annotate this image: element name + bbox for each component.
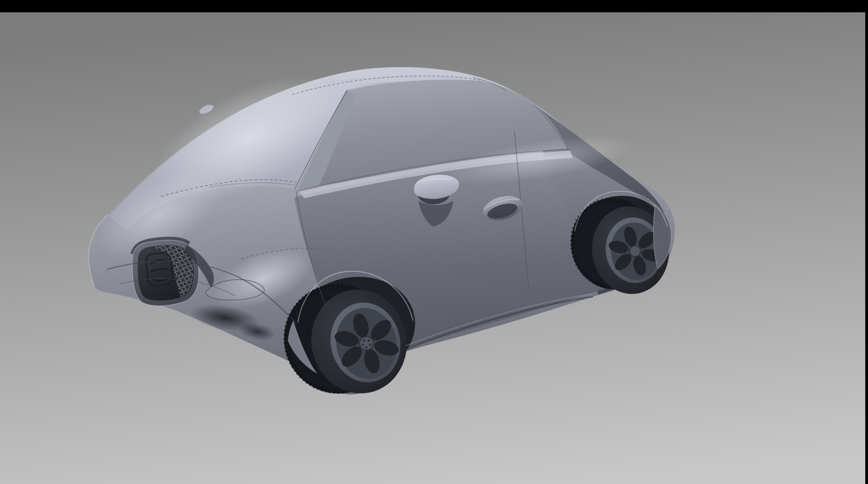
hub-bolt <box>369 344 371 346</box>
right-letterbox-bar <box>865 0 868 484</box>
hub-bolt <box>362 344 364 346</box>
hub-bolt <box>363 340 365 342</box>
hub-bolt <box>368 340 370 342</box>
application-window <box>0 0 868 484</box>
rear-hub <box>630 246 640 257</box>
viewport-3d[interactable] <box>0 0 868 484</box>
top-letterbox-bar <box>0 0 868 12</box>
hub-bolt <box>365 347 368 349</box>
